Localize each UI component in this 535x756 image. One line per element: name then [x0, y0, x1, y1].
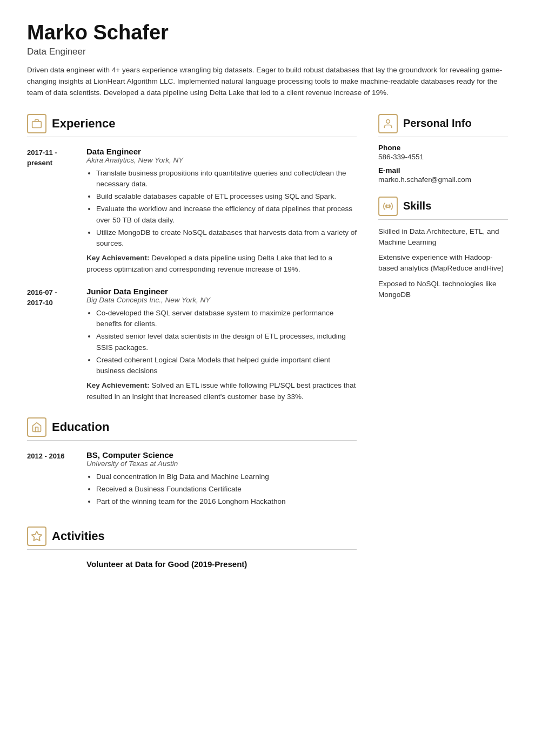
bullet-item: Translate business propositions into qua…	[96, 168, 357, 190]
education-entry-1: 2012 - 2016 BS, Computer Science Univers…	[27, 450, 357, 511]
candidate-title: Data Engineer	[27, 46, 508, 57]
svg-rect-0	[32, 121, 42, 127]
bullet-item: Created coherent Logical Data Models tha…	[96, 355, 357, 377]
personal-info-title: Personal Info	[403, 117, 472, 130]
skills-section: Skills Skilled in Data Architecture, ETL…	[378, 197, 508, 301]
experience-content-2: Junior Data Engineer Big Data Concepts I…	[86, 287, 357, 402]
activities-section-header: Activities	[27, 526, 357, 546]
skill-item-3: Exposed to NoSQL technologies like Mongo…	[378, 279, 508, 301]
email-label: E-mail	[378, 166, 508, 174]
main-layout: Experience 2017-11 - present Data Engine…	[27, 114, 508, 584]
activities-icon	[27, 526, 46, 546]
candidate-name: Marko Schafer	[27, 22, 508, 44]
right-column: Personal Info Phone 586-339-4551 E-mail …	[378, 114, 508, 584]
personal-info-divider	[378, 137, 508, 137]
resume-header: Marko Schafer Data Engineer Driven data …	[27, 22, 508, 99]
education-degree-1: BS, Computer Science	[86, 450, 357, 460]
bullet-item: Part of the winning team for the 2016 Lo…	[96, 496, 357, 507]
experience-entry-1: 2017-11 - present Data Engineer Akira An…	[27, 147, 357, 275]
education-content-1: BS, Computer Science University of Texas…	[86, 450, 357, 511]
bullet-item: Co-developed the SQL server database sys…	[96, 308, 357, 330]
bullet-item: Dual concentration in Big Data and Machi…	[96, 471, 357, 482]
experience-section: Experience 2017-11 - present Data Engine…	[27, 114, 357, 402]
email-value: marko.h.schafer@gmail.com	[378, 176, 508, 184]
education-section: Education 2012 - 2016 BS, Computer Scien…	[27, 417, 357, 511]
activities-content-1: Volunteer at Data for Good (2019-Present…	[86, 559, 357, 569]
experience-company-1: Akira Analytics, New York, NY	[86, 156, 357, 164]
experience-bullets-1: Translate business propositions into qua…	[86, 168, 357, 249]
experience-jobtitle-2: Junior Data Engineer	[86, 287, 357, 296]
education-title: Education	[52, 420, 109, 434]
phone-label: Phone	[378, 144, 508, 152]
experience-title: Experience	[52, 117, 115, 131]
personal-info-icon	[378, 114, 398, 133]
activities-divider	[27, 549, 357, 550]
activity-title-1: Volunteer at Data for Good (2019-Present…	[86, 559, 357, 569]
bullet-item: Utilize MongoDB to create NoSQL database…	[96, 227, 357, 249]
education-dates-1: 2012 - 2016	[27, 450, 76, 511]
experience-icon	[27, 114, 46, 133]
phone-value: 586-339-4551	[378, 153, 508, 161]
experience-company-2: Big Data Concepts Inc., New York, NY	[86, 296, 357, 304]
experience-content-1: Data Engineer Akira Analytics, New York,…	[86, 147, 357, 275]
activities-section: Activities Volunteer at Data for Good (2…	[27, 526, 357, 569]
bullet-item: Assisted senior level data scientists in…	[96, 331, 357, 353]
education-divider	[27, 440, 357, 441]
experience-achievement-2: Key Achievement: Solved an ETL issue whi…	[86, 380, 357, 402]
experience-section-header: Experience	[27, 114, 357, 133]
experience-divider	[27, 137, 357, 137]
personal-info-header: Personal Info	[378, 114, 508, 133]
experience-achievement-1: Key Achievement: Developed a data pipeli…	[86, 253, 357, 275]
activities-entry-1: Volunteer at Data for Good (2019-Present…	[27, 559, 357, 569]
skills-icon	[378, 197, 398, 216]
activities-title: Activities	[52, 529, 105, 543]
skill-item-1: Skilled in Data Architecture, ETL, and M…	[378, 226, 508, 248]
education-icon	[27, 417, 46, 437]
personal-info-section: Personal Info Phone 586-339-4551 E-mail …	[378, 114, 508, 184]
experience-dates-1: 2017-11 - present	[27, 147, 76, 275]
bullet-item: Evaluate the workflow and increase the e…	[96, 204, 357, 226]
svg-point-2	[386, 119, 390, 123]
education-bullets-1: Dual concentration in Big Data and Machi…	[86, 471, 357, 508]
bullet-item: Build scalable databases capable of ETL …	[96, 191, 357, 202]
education-section-header: Education	[27, 417, 357, 437]
svg-marker-1	[32, 531, 42, 540]
experience-entry-2: 2016-07 - 2017-10 Junior Data Engineer B…	[27, 287, 357, 402]
bullet-item: Received a Business Foundations Certific…	[96, 484, 357, 495]
svg-point-3	[387, 205, 390, 207]
experience-bullets-2: Co-developed the SQL server database sys…	[86, 308, 357, 377]
candidate-summary: Driven data engineer with 4+ years exper…	[27, 65, 508, 99]
skills-title: Skills	[403, 200, 431, 212]
experience-jobtitle-1: Data Engineer	[86, 147, 357, 156]
skills-divider	[378, 219, 508, 220]
skills-header: Skills	[378, 197, 508, 216]
education-school-1: University of Texas at Austin	[86, 460, 357, 468]
activities-dates-1	[27, 559, 76, 569]
skill-item-2: Extensive experience with Hadoop-based a…	[378, 252, 508, 274]
experience-dates-2: 2016-07 - 2017-10	[27, 287, 76, 402]
left-column: Experience 2017-11 - present Data Engine…	[27, 114, 357, 584]
